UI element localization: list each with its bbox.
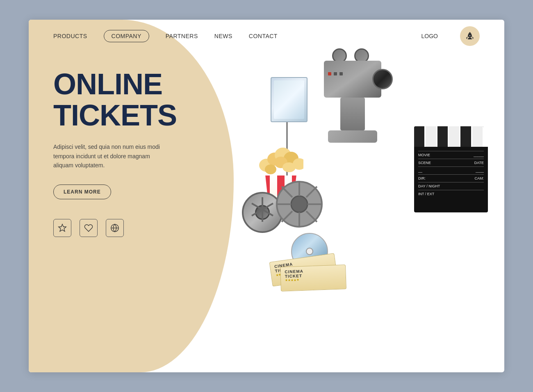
rocket-button[interactable] [460, 26, 480, 46]
rocket-icon [465, 31, 475, 41]
heart-icon [84, 223, 93, 232]
logo-label: LOGO [421, 33, 438, 39]
hero-description: Adipisci velit, sed quia non num eius mo… [53, 142, 168, 170]
hero-title: ONLINE TICKETS [53, 69, 480, 131]
nav-item-contact[interactable]: CONTACT [249, 33, 278, 39]
page-container: PRODUCTS COMPANY PARTNERS NEWS CONTACT L… [29, 20, 504, 372]
heart-icon-box[interactable] [80, 219, 98, 237]
ticket-2: CINEMA TICKET ★★★★★ [280, 264, 346, 292]
globe-icon [110, 223, 119, 232]
svg-point-0 [469, 35, 471, 36]
nav-item-partners[interactable]: PARTNERS [166, 33, 198, 39]
star-icon [58, 223, 67, 232]
nav-item-news[interactable]: NEWS [214, 33, 232, 39]
learn-more-button[interactable]: LEARN MORE [53, 185, 111, 199]
tickets-wrap: CINEMA TICKET ★★★★★ CINEMA TICKET ★★★★★ [271, 253, 340, 282]
nav-item-company[interactable]: COMPANY [104, 30, 149, 42]
globe-icon-box[interactable] [106, 219, 124, 237]
nav-item-products[interactable]: PRODUCTS [53, 33, 87, 39]
navbar: PRODUCTS COMPANY PARTNERS NEWS CONTACT L… [29, 20, 504, 52]
svg-marker-1 [59, 224, 66, 231]
star-icon-box[interactable] [53, 219, 71, 237]
hero-section: ONLINE TICKETS Adipisci velit, sed quia … [29, 52, 504, 237]
feature-icons [53, 219, 480, 237]
